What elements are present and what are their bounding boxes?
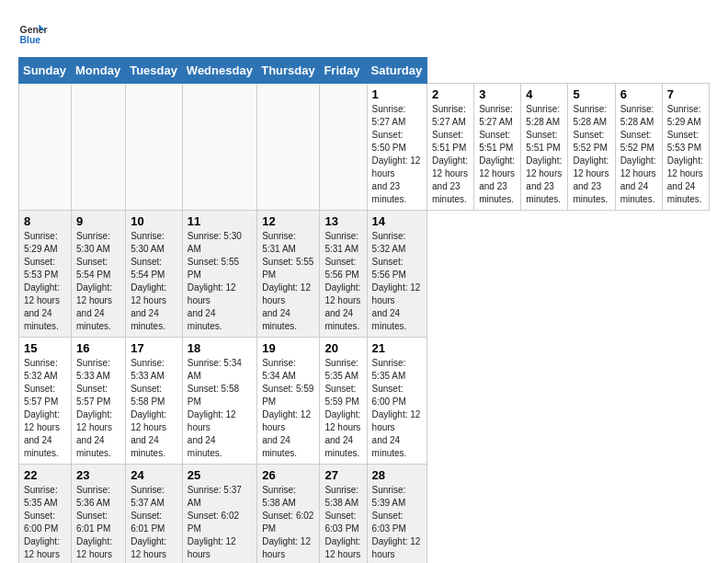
calendar-day-cell: 16 Sunrise: 5:33 AMSunset: 5:57 PMDaylig… xyxy=(72,338,126,465)
day-number: 26 xyxy=(262,468,314,482)
day-number: 21 xyxy=(372,341,422,355)
day-info: Sunrise: 5:38 AMSunset: 6:02 PMDaylight:… xyxy=(262,485,313,563)
day-info: Sunrise: 5:31 AMSunset: 5:56 PMDaylight:… xyxy=(324,231,360,331)
calendar-day-cell: 17 Sunrise: 5:33 AMSunset: 5:58 PMDaylig… xyxy=(126,338,183,465)
day-number: 22 xyxy=(24,468,66,482)
day-info: Sunrise: 5:32 AMSunset: 5:56 PMDaylight:… xyxy=(372,231,421,331)
calendar-day-cell: 4 Sunrise: 5:28 AMSunset: 5:51 PMDayligh… xyxy=(521,84,568,211)
calendar-week-row: 8 Sunrise: 5:29 AMSunset: 5:53 PMDayligh… xyxy=(19,211,710,338)
calendar-day-cell: 19 Sunrise: 5:34 AMSunset: 5:59 PMDaylig… xyxy=(257,338,320,465)
day-number: 4 xyxy=(526,87,563,101)
svg-text:Blue: Blue xyxy=(20,35,41,45)
day-number: 5 xyxy=(573,87,609,101)
day-info: Sunrise: 5:30 AMSunset: 5:54 PMDaylight:… xyxy=(76,231,112,331)
day-info: Sunrise: 5:38 AMSunset: 6:03 PMDaylight:… xyxy=(324,485,360,563)
day-info: Sunrise: 5:35 AMSunset: 5:59 PMDaylight:… xyxy=(324,358,360,458)
calendar-day-cell: 24 Sunrise: 5:37 AMSunset: 6:01 PMDaylig… xyxy=(126,465,183,564)
day-number: 17 xyxy=(131,341,177,355)
calendar-body: 1 Sunrise: 5:27 AMSunset: 5:50 PMDayligh… xyxy=(19,84,710,564)
calendar-empty-cell xyxy=(257,84,320,211)
calendar-day-cell: 2 Sunrise: 5:27 AMSunset: 5:51 PMDayligh… xyxy=(427,84,474,211)
day-number: 25 xyxy=(188,468,252,482)
day-info: Sunrise: 5:31 AMSunset: 5:55 PMDaylight:… xyxy=(262,231,313,331)
day-of-week-header: Wednesday xyxy=(182,58,256,84)
day-number: 19 xyxy=(262,341,314,355)
day-info: Sunrise: 5:29 AMSunset: 5:53 PMDaylight:… xyxy=(24,231,60,331)
day-number: 13 xyxy=(324,214,361,228)
day-number: 1 xyxy=(372,87,422,101)
page-header: General Blue xyxy=(18,18,710,48)
calendar-day-cell: 22 Sunrise: 5:35 AMSunset: 6:00 PMDaylig… xyxy=(19,465,72,564)
calendar-week-row: 22 Sunrise: 5:35 AMSunset: 6:00 PMDaylig… xyxy=(19,465,710,564)
day-number: 11 xyxy=(188,214,252,228)
day-info: Sunrise: 5:37 AMSunset: 6:02 PMDaylight:… xyxy=(188,485,242,563)
day-number: 10 xyxy=(131,214,177,228)
calendar-empty-cell xyxy=(126,84,183,211)
day-info: Sunrise: 5:33 AMSunset: 5:58 PMDaylight:… xyxy=(131,358,166,458)
calendar-day-cell: 23 Sunrise: 5:36 AMSunset: 6:01 PMDaylig… xyxy=(72,465,126,564)
day-number: 15 xyxy=(24,341,66,355)
calendar-week-row: 1 Sunrise: 5:27 AMSunset: 5:50 PMDayligh… xyxy=(19,84,710,211)
day-info: Sunrise: 5:35 AMSunset: 6:00 PMDaylight:… xyxy=(372,358,421,458)
calendar-header-row: SundayMondayTuesdayWednesdayThursdayFrid… xyxy=(19,58,710,84)
calendar-table: SundayMondayTuesdayWednesdayThursdayFrid… xyxy=(18,57,710,563)
day-info: Sunrise: 5:37 AMSunset: 6:01 PMDaylight:… xyxy=(131,485,166,563)
calendar-day-cell: 11 Sunrise: 5:30 AMSunset: 5:55 PMDaylig… xyxy=(182,211,256,338)
calendar-empty-cell xyxy=(320,84,367,211)
calendar-day-cell: 9 Sunrise: 5:30 AMSunset: 5:54 PMDayligh… xyxy=(72,211,126,338)
calendar-day-cell: 3 Sunrise: 5:27 AMSunset: 5:51 PMDayligh… xyxy=(474,84,521,211)
day-number: 12 xyxy=(262,214,314,228)
calendar-day-cell: 10 Sunrise: 5:30 AMSunset: 5:54 PMDaylig… xyxy=(126,211,183,338)
calendar-day-cell: 12 Sunrise: 5:31 AMSunset: 5:55 PMDaylig… xyxy=(257,211,320,338)
calendar-day-cell: 20 Sunrise: 5:35 AMSunset: 5:59 PMDaylig… xyxy=(320,338,367,465)
calendar-day-cell: 8 Sunrise: 5:29 AMSunset: 5:53 PMDayligh… xyxy=(19,211,72,338)
day-number: 2 xyxy=(432,87,469,101)
day-of-week-header: Monday xyxy=(72,58,126,84)
day-info: Sunrise: 5:28 AMSunset: 5:52 PMDaylight:… xyxy=(620,104,656,204)
day-number: 7 xyxy=(667,87,704,101)
day-info: Sunrise: 5:30 AMSunset: 5:55 PMDaylight:… xyxy=(188,231,242,331)
calendar-empty-cell xyxy=(72,84,126,211)
day-info: Sunrise: 5:28 AMSunset: 5:51 PMDaylight:… xyxy=(526,104,562,204)
day-number: 3 xyxy=(479,87,516,101)
day-info: Sunrise: 5:36 AMSunset: 6:01 PMDaylight:… xyxy=(76,485,112,563)
day-info: Sunrise: 5:34 AMSunset: 5:59 PMDaylight:… xyxy=(262,358,313,458)
day-info: Sunrise: 5:29 AMSunset: 5:53 PMDaylight:… xyxy=(667,104,703,204)
day-number: 6 xyxy=(620,87,657,101)
calendar-day-cell: 27 Sunrise: 5:38 AMSunset: 6:03 PMDaylig… xyxy=(320,465,367,564)
day-number: 28 xyxy=(372,468,422,482)
calendar-day-cell: 18 Sunrise: 5:34 AMSunset: 5:58 PMDaylig… xyxy=(182,338,256,465)
day-info: Sunrise: 5:27 AMSunset: 5:50 PMDaylight:… xyxy=(372,104,421,204)
day-info: Sunrise: 5:34 AMSunset: 5:58 PMDaylight:… xyxy=(188,358,242,458)
day-of-week-header: Thursday xyxy=(257,58,320,84)
day-of-week-header: Friday xyxy=(320,58,367,84)
day-info: Sunrise: 5:27 AMSunset: 5:51 PMDaylight:… xyxy=(432,104,468,204)
day-number: 18 xyxy=(188,341,252,355)
day-info: Sunrise: 5:30 AMSunset: 5:54 PMDaylight:… xyxy=(131,231,166,331)
day-number: 23 xyxy=(76,468,120,482)
day-info: Sunrise: 5:27 AMSunset: 5:51 PMDaylight:… xyxy=(479,104,515,204)
calendar-day-cell: 5 Sunrise: 5:28 AMSunset: 5:52 PMDayligh… xyxy=(568,84,615,211)
calendar-week-row: 15 Sunrise: 5:32 AMSunset: 5:57 PMDaylig… xyxy=(19,338,710,465)
day-of-week-header: Sunday xyxy=(19,58,72,84)
day-info: Sunrise: 5:28 AMSunset: 5:52 PMDaylight:… xyxy=(573,104,609,204)
calendar-day-cell: 25 Sunrise: 5:37 AMSunset: 6:02 PMDaylig… xyxy=(182,465,256,564)
calendar-day-cell: 13 Sunrise: 5:31 AMSunset: 5:56 PMDaylig… xyxy=(320,211,367,338)
day-info: Sunrise: 5:35 AMSunset: 6:00 PMDaylight:… xyxy=(24,485,60,563)
day-number: 20 xyxy=(324,341,361,355)
day-number: 24 xyxy=(131,468,177,482)
calendar-day-cell: 7 Sunrise: 5:29 AMSunset: 5:53 PMDayligh… xyxy=(662,84,709,211)
calendar-day-cell: 1 Sunrise: 5:27 AMSunset: 5:50 PMDayligh… xyxy=(367,84,427,211)
day-number: 9 xyxy=(76,214,120,228)
day-info: Sunrise: 5:33 AMSunset: 5:57 PMDaylight:… xyxy=(76,358,112,458)
day-info: Sunrise: 5:39 AMSunset: 6:03 PMDaylight:… xyxy=(372,485,421,563)
day-info: Sunrise: 5:32 AMSunset: 5:57 PMDaylight:… xyxy=(24,358,60,458)
calendar-day-cell: 15 Sunrise: 5:32 AMSunset: 5:57 PMDaylig… xyxy=(19,338,72,465)
day-number: 16 xyxy=(76,341,120,355)
calendar-empty-cell xyxy=(19,84,72,211)
calendar-day-cell: 26 Sunrise: 5:38 AMSunset: 6:02 PMDaylig… xyxy=(257,465,320,564)
logo: General Blue xyxy=(18,18,48,48)
calendar-day-cell: 21 Sunrise: 5:35 AMSunset: 6:00 PMDaylig… xyxy=(367,338,427,465)
calendar-day-cell: 6 Sunrise: 5:28 AMSunset: 5:52 PMDayligh… xyxy=(615,84,662,211)
calendar-day-cell: 28 Sunrise: 5:39 AMSunset: 6:03 PMDaylig… xyxy=(367,465,427,564)
